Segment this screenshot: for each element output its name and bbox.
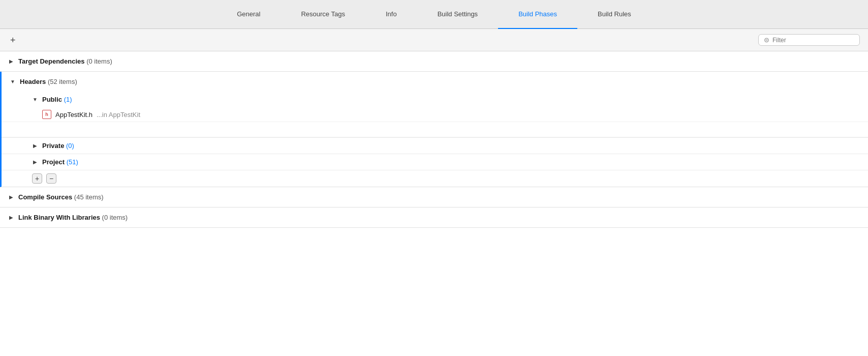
tab-bar: General Resource Tags Info Build Setting… [0,0,868,29]
section-title: Target Dependencies (0 items) [18,57,112,65]
section-target-dependencies-header[interactable]: ▶ Target Dependencies (0 items) [0,51,868,71]
sub-section-title: Private (0) [42,142,74,150]
tab-info[interactable]: Info [365,0,417,29]
filter-wrapper: ⊜ [758,34,860,46]
section-target-dependencies: ▶ Target Dependencies (0 items) [0,51,868,72]
file-icon: h [42,110,51,119]
file-row[interactable]: h AppTestKit.h ...in AppTestKit [2,107,868,122]
add-phase-button[interactable]: + [8,36,18,45]
section-link-binary: ▶ Link Binary With Libraries (0 items) [0,207,868,228]
sub-section-title: Project (51) [42,158,78,166]
section-headers: ▼ Headers (52 items) ▼ Public (1) h [0,72,868,187]
remove-file-button[interactable]: − [46,173,56,184]
sub-section-title: Public (1) [42,96,72,103]
sub-section-private: ▶ Private (0) [2,138,868,154]
sub-section-private-header[interactable]: ▶ Private (0) [2,138,868,154]
spacer [2,122,868,137]
section-count: (52 items) [48,78,77,85]
headers-section-body: ▼ Public (1) h AppTestKit.h ...in AppTes… [2,92,868,187]
section-title: Link Binary With Libraries (0 items) [18,214,128,221]
filter-icon: ⊜ [764,36,769,44]
sub-section-count: (1) [64,96,72,103]
triangle-icon: ▶ [8,58,14,64]
section-count: (45 items) [74,193,104,201]
sub-section-project-header[interactable]: ▶ Project (51) [2,154,868,170]
section-count: (0 items) [102,214,128,221]
toolbar-left: + [8,36,18,45]
tab-general[interactable]: General [216,0,281,29]
tab-build-rules[interactable]: Build Rules [577,0,652,29]
triangle-icon: ▶ [32,143,38,149]
section-title: Compile Sources (45 items) [18,193,104,201]
triangle-icon: ▶ [8,194,14,200]
section-link-binary-header[interactable]: ▶ Link Binary With Libraries (0 items) [0,207,868,227]
tab-build-phases[interactable]: Build Phases [498,0,577,29]
triangle-icon: ▶ [8,215,14,220]
file-path: ...in AppTestKit [97,111,140,118]
filter-input[interactable] [772,37,844,44]
toolbar: + ⊜ [0,29,868,51]
tab-build-settings[interactable]: Build Settings [417,0,499,29]
section-count: (0 items) [86,57,112,65]
section-title: Headers (52 items) [20,78,77,85]
sub-section-count: (0) [66,142,74,150]
tab-resource-tags[interactable]: Resource Tags [281,0,365,29]
add-file-button[interactable]: + [32,173,42,184]
section-headers-header[interactable]: ▼ Headers (52 items) [2,72,868,92]
sub-section-public-header[interactable]: ▼ Public (1) [2,92,868,107]
section-compile-sources-header[interactable]: ▶ Compile Sources (45 items) [0,187,868,207]
sub-section-public: ▼ Public (1) h AppTestKit.h ...in AppTes… [2,92,868,138]
triangle-icon: ▼ [10,79,16,84]
triangle-icon: ▼ [32,97,38,102]
sub-section-project: ▶ Project (51) [2,154,868,170]
triangle-icon: ▶ [32,159,38,165]
sub-section-count: (51) [67,158,78,166]
section-compile-sources: ▶ Compile Sources (45 items) [0,187,868,207]
add-remove-row: + − [2,170,868,187]
file-name: AppTestKit.h [55,111,92,118]
main-content: ▶ Target Dependencies (0 items) ▼ Header… [0,51,868,356]
